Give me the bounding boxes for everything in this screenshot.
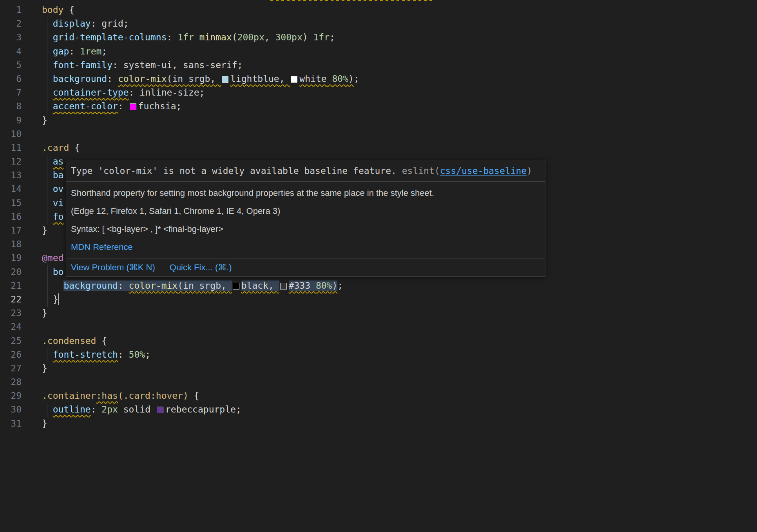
- line-number[interactable]: 12: [0, 155, 22, 168]
- code-token: :: [118, 101, 129, 111]
- color-swatch[interactable]: [130, 103, 136, 110]
- line-number[interactable]: 4: [0, 45, 22, 58]
- code-token: 1rem: [80, 46, 101, 56]
- code-token: 50%: [129, 349, 145, 360]
- code-line[interactable]: 10: [0, 127, 757, 141]
- line-number[interactable]: 25: [0, 334, 22, 348]
- code-line[interactable]: 1body {: [0, 3, 757, 17]
- code-token: :: [91, 18, 102, 29]
- line-number[interactable]: 13: [0, 168, 22, 182]
- color-swatch[interactable]: [291, 76, 297, 83]
- mdn-reference-link[interactable]: MDN Reference: [71, 242, 133, 252]
- code-line[interactable]: 9}: [0, 114, 757, 127]
- line-number[interactable]: 10: [0, 127, 22, 141]
- line-number[interactable]: 21: [0, 279, 22, 293]
- code-token: bo: [53, 267, 64, 277]
- code-line[interactable]: 29.container:has(.card:hover) {: [0, 389, 757, 403]
- code-line[interactable]: 28: [0, 375, 757, 389]
- code-token: :: [112, 60, 123, 70]
- line-number[interactable]: 27: [0, 362, 22, 375]
- color-swatch[interactable]: [157, 407, 163, 413]
- line-number[interactable]: 2: [0, 17, 22, 31]
- code-token: ,: [172, 60, 183, 70]
- code-line[interactable]: 3 grid-template-columns: 1fr minmax(200p…: [0, 31, 757, 44]
- color-swatch[interactable]: [280, 283, 287, 290]
- code-token: }: [42, 225, 47, 235]
- code-line[interactable]: 27}: [0, 362, 757, 375]
- indent-guide-active: [47, 265, 47, 307]
- code-token: [327, 74, 332, 84]
- line-number[interactable]: 20: [0, 265, 22, 279]
- code-line[interactable]: 5 font-family: system-ui, sans-serif;: [0, 58, 757, 72]
- line-number[interactable]: 19: [0, 251, 22, 265]
- quick-fix-button[interactable]: Quick Fix... (⌘.): [170, 262, 232, 273]
- line-number[interactable]: 29: [0, 389, 22, 403]
- code-token: ba: [53, 170, 64, 180]
- code-token: [194, 32, 199, 42]
- line-number[interactable]: 7: [0, 86, 22, 100]
- line-number[interactable]: 24: [0, 320, 22, 334]
- line-number[interactable]: 22: [0, 293, 22, 306]
- code-content: display: grid;: [42, 17, 129, 31]
- line-number[interactable]: 15: [0, 196, 22, 210]
- line-number[interactable]: 5: [0, 58, 22, 72]
- code-token: sans-serif: [183, 60, 237, 70]
- code-token: ): [302, 32, 308, 42]
- line-number[interactable]: 18: [0, 237, 22, 251]
- docs-browser-support: (Edge 12, Firefox 1, Safari 1, Chrome 1,…: [71, 206, 540, 217]
- eslint-rule-link[interactable]: css/use-baseline: [440, 166, 527, 176]
- code-token: (.card:hover): [118, 391, 188, 401]
- line-number[interactable]: 1: [0, 3, 22, 17]
- code-line[interactable]: 6 background: color-mix(in srgb, lightbl…: [0, 72, 757, 86]
- diagnostic-row: Type 'color-mix' is not a widely availab…: [66, 160, 545, 181]
- code-token: ;: [237, 60, 243, 70]
- color-swatch[interactable]: [222, 76, 228, 83]
- code-line[interactable]: 4 gap: 1rem;: [0, 45, 757, 58]
- code-token: 300px: [275, 32, 302, 42]
- code-token: :: [167, 32, 178, 42]
- code-line[interactable]: 22 }: [0, 293, 757, 306]
- code-line[interactable]: 24: [0, 320, 757, 334]
- code-line[interactable]: 30 outline: 2px solid rebeccapurple;: [0, 403, 757, 416]
- line-number[interactable]: 30: [0, 403, 22, 416]
- code-token: .card: [42, 143, 69, 153]
- code-line[interactable]: 8 accent-color: fuchsia;: [0, 100, 757, 113]
- code-token: (: [177, 280, 183, 291]
- code-line[interactable]: 21 background: color-mix(in srgb, black,…: [0, 279, 757, 293]
- code-content: background: color-mix(in srgb, black, #3…: [42, 279, 343, 293]
- line-number[interactable]: 23: [0, 306, 22, 320]
- code-content: font-stretch: 50%;: [42, 348, 150, 362]
- code-token: grid-template-columns: [53, 32, 167, 42]
- text-cursor: [58, 293, 59, 305]
- code-content: container-type: inline-size;: [42, 86, 205, 100]
- code-token: {: [96, 336, 107, 346]
- line-number[interactable]: 28: [0, 375, 22, 389]
- code-line[interactable]: 11.card {: [0, 141, 757, 155]
- line-number[interactable]: 6: [0, 72, 22, 86]
- code-token: 80%: [316, 280, 332, 291]
- line-number[interactable]: 31: [0, 417, 22, 431]
- code-token: ,: [264, 32, 275, 42]
- code-content: bo: [42, 265, 63, 279]
- code-line[interactable]: 25.condensed {: [0, 334, 757, 348]
- code-token: {: [69, 143, 80, 153]
- line-number[interactable]: 9: [0, 114, 22, 127]
- code-token: in srgb: [172, 74, 210, 84]
- view-problem-button[interactable]: View Problem (⌘K N): [71, 262, 155, 273]
- line-number[interactable]: 16: [0, 210, 22, 224]
- line-number[interactable]: 17: [0, 224, 22, 237]
- code-line[interactable]: 31}: [0, 417, 757, 431]
- code-line[interactable]: 2 display: grid;: [0, 17, 757, 31]
- line-number[interactable]: 11: [0, 141, 22, 155]
- code-line[interactable]: 23}: [0, 306, 757, 320]
- line-number[interactable]: 8: [0, 100, 22, 113]
- code-line[interactable]: 7 container-type: inline-size;: [0, 86, 757, 100]
- line-number[interactable]: 14: [0, 182, 22, 196]
- color-swatch[interactable]: [233, 283, 239, 290]
- code-token: :: [118, 280, 129, 291]
- code-line[interactable]: 26 font-stretch: 50%;: [0, 348, 757, 362]
- code-token: (: [232, 32, 237, 42]
- line-number[interactable]: 26: [0, 348, 22, 362]
- line-number[interactable]: 3: [0, 31, 22, 44]
- property-docs: Shorthand property for setting most back…: [66, 181, 545, 259]
